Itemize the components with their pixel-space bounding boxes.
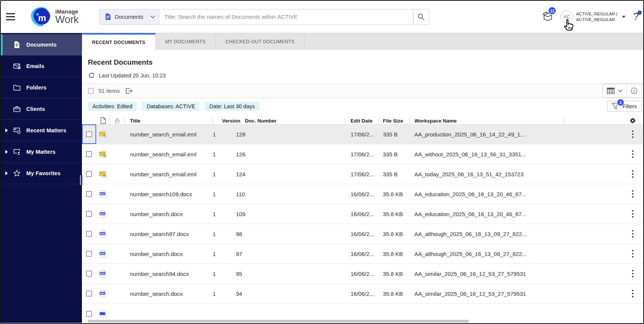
document-title[interactable]: number_search.docx xyxy=(125,244,213,263)
page-title: Recent Documents xyxy=(88,58,643,67)
user-menu-caret-icon[interactable] xyxy=(622,16,626,18)
sidebar-item-label: Emails xyxy=(26,63,44,69)
table-row[interactable]: DOC number_search.docx 1 109 16/06/2... … xyxy=(82,204,643,224)
favorites-star-icon xyxy=(13,169,21,177)
document-version: 1 xyxy=(213,224,236,244)
row-checkbox[interactable] xyxy=(86,251,92,257)
sidebar-item[interactable]: Clients xyxy=(1,98,82,120)
document-title[interactable]: number_search_email.eml xyxy=(125,164,213,184)
column-header-edit-date[interactable]: Edit Date xyxy=(345,117,379,124)
svg-text:DOC: DOC xyxy=(100,233,104,235)
row-checkbox[interactable] xyxy=(86,291,92,297)
search-input[interactable] xyxy=(159,9,413,25)
last-updated-row: Last Updated 20 Jun, 10:23 xyxy=(88,72,643,79)
row-menu-kebab-icon[interactable] xyxy=(630,247,636,260)
table-row[interactable]: number_search_email.eml 1 124 17/06/2...… xyxy=(82,164,643,184)
tab[interactable]: MY DOCUMENTS xyxy=(156,33,216,50)
filter-chip[interactable]: Activities: Edited xyxy=(88,102,137,111)
table-view-dropdown-button[interactable] xyxy=(603,84,626,97)
file-size: 35.8 KB xyxy=(379,224,410,244)
notifications-tray-button[interactable]: 11 xyxy=(542,11,553,23)
row-menu-kebab-icon[interactable] xyxy=(630,207,636,221)
sidebar-item[interactable]: Recent Matters xyxy=(1,120,82,141)
search-button[interactable] xyxy=(413,9,429,25)
document-number: 110 xyxy=(236,184,345,204)
row-menu-kebab-icon[interactable] xyxy=(630,127,636,141)
column-header-doc-number[interactable]: Doc. Number xyxy=(236,117,345,124)
sidebar-item[interactable]: Documents xyxy=(1,34,82,56)
column-header-title[interactable]: Title xyxy=(125,117,213,124)
row-checkbox[interactable] xyxy=(86,211,92,217)
document-title[interactable]: number_search_email.eml xyxy=(125,144,213,164)
filters-button-label: Filters xyxy=(623,103,637,109)
file-size: 35.8 KB xyxy=(379,284,410,303)
row-menu-kebab-icon[interactable] xyxy=(630,147,636,161)
hamburger-menu-icon[interactable] xyxy=(6,13,15,20)
tab[interactable]: RECENT DOCUMENTS xyxy=(82,33,156,50)
table-row[interactable]: DOC number_search.docx 1 94 16/06/2... 3… xyxy=(82,284,643,304)
file-size: 335 B xyxy=(379,144,410,164)
edit-date: 16/06/2... xyxy=(345,284,379,303)
doc-file-icon: DOC xyxy=(99,250,107,258)
expand-arrow-icon[interactable] xyxy=(5,129,8,132)
row-menu-kebab-icon[interactable] xyxy=(630,286,636,300)
table-row[interactable]: DOC number_search97.docx 1 98 16/06/2...… xyxy=(82,224,643,244)
info-button[interactable] xyxy=(626,84,641,97)
tab[interactable]: CHECKED-OUT DOCUMENTS xyxy=(216,33,305,50)
document-title[interactable]: number_search97.docx xyxy=(125,224,213,244)
row-checkbox[interactable] xyxy=(86,151,92,157)
table-row[interactable]: DOC number_search94.docx 1 95 16/06/2...… xyxy=(82,264,643,284)
table-row[interactable]: DOC number_search.docx 1 97 16/06/2... 3… xyxy=(82,244,643,264)
row-menu-kebab-icon[interactable] xyxy=(630,266,636,280)
row-checkbox[interactable] xyxy=(86,191,92,197)
document-title[interactable]: number_search109.docx xyxy=(125,184,213,204)
edit-date: 17/06/2... xyxy=(345,164,379,184)
document-title[interactable]: number_search_email.eml xyxy=(125,124,213,144)
column-header-file-size[interactable]: File Size xyxy=(379,117,410,124)
column-settings-gear-icon[interactable] xyxy=(629,117,636,124)
select-all-checkbox[interactable] xyxy=(88,88,94,94)
row-menu-kebab-icon[interactable] xyxy=(630,227,636,241)
row-checkbox[interactable] xyxy=(86,231,92,237)
panel-resize-handle[interactable] xyxy=(80,175,83,185)
horizontal-scrollbar[interactable] xyxy=(88,320,469,322)
top-right-cluster: 11 AC ACTIVE_REGULAR | ACTIVE_REGULAR xyxy=(542,11,643,23)
filters-button[interactable]: 3 Filters xyxy=(607,101,642,112)
row-checkbox[interactable] xyxy=(86,131,92,137)
logo-text: iManage Work xyxy=(55,9,79,25)
row-menu-kebab-icon[interactable] xyxy=(630,167,636,181)
refresh-icon[interactable] xyxy=(88,72,95,79)
expand-arrow-icon[interactable] xyxy=(5,171,8,175)
row-checkbox[interactable] xyxy=(86,311,92,317)
sidebar-item[interactable]: My Favorites xyxy=(1,163,82,184)
emails-icon xyxy=(13,62,21,70)
table-row[interactable]: DOC number_search109.docx 1 110 16/06/2.… xyxy=(82,184,643,204)
user-name[interactable]: ACTIVE_REGULAR | ACTIVE_REGULAR xyxy=(576,11,617,23)
document-title[interactable]: number_search.docx xyxy=(125,284,213,303)
column-header-version[interactable]: Version xyxy=(213,117,236,124)
sidebar-item[interactable]: Folders xyxy=(1,77,82,98)
sidebar-item[interactable]: Emails xyxy=(1,56,82,77)
sidebar-item-label: Folders xyxy=(26,85,47,91)
search-scope-dropdown[interactable]: Documents xyxy=(99,9,159,25)
help-button[interactable]: ? xyxy=(633,11,639,23)
column-header-workspace-name[interactable]: Workspace Name xyxy=(410,117,564,124)
row-checkbox[interactable] xyxy=(86,271,92,277)
active-filters-row: Activities: Edited Databases: ACTIVE Dat… xyxy=(82,101,643,112)
search-icon xyxy=(417,13,425,21)
edit-date: 17/06/2... xyxy=(345,144,379,164)
document-number: 95 xyxy=(236,264,345,283)
info-icon xyxy=(630,87,638,94)
export-icon[interactable] xyxy=(125,88,133,94)
row-menu-kebab-icon[interactable] xyxy=(630,187,636,201)
logo-secondary: Work xyxy=(55,15,79,25)
table-row[interactable]: number_search_email.eml 1 126 17/06/2...… xyxy=(82,144,643,164)
filter-chip[interactable]: Databases: ACTIVE xyxy=(142,102,200,111)
row-checkbox[interactable] xyxy=(86,171,92,177)
document-title[interactable]: number_search94.docx xyxy=(125,264,213,283)
table-row[interactable]: number_search_email.eml 1 128 17/06/2...… xyxy=(82,124,643,144)
document-title[interactable]: number_search.docx xyxy=(125,204,213,224)
filter-chip[interactable]: Date: Last 30 days xyxy=(205,102,259,111)
expand-arrow-icon[interactable] xyxy=(5,150,8,154)
sidebar-item[interactable]: My Matters xyxy=(1,141,82,163)
